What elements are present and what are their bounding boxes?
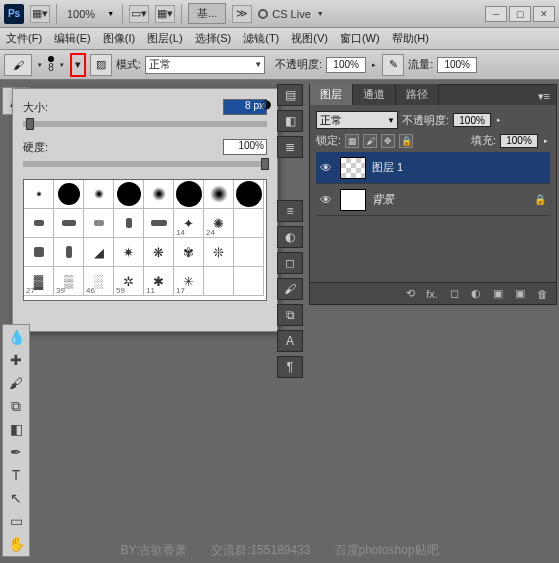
lock-icon: 🔒 bbox=[534, 194, 546, 205]
layer-opacity-label: 不透明度: bbox=[402, 113, 449, 128]
menu-view[interactable]: 视图(V) bbox=[291, 31, 328, 46]
menu-image[interactable]: 图像(I) bbox=[103, 31, 135, 46]
layer-row-1[interactable]: 👁 图层 1 bbox=[316, 152, 550, 184]
menu-help[interactable]: 帮助(H) bbox=[392, 31, 429, 46]
cs-live[interactable]: CS Live▼ bbox=[258, 8, 325, 20]
lock-position[interactable]: ✥ bbox=[381, 134, 395, 148]
watermark-text: BY:古欲香萧 交流群:155189433 百度photoshop贴吧 bbox=[0, 542, 559, 559]
eyedropper-tool[interactable]: 💧 bbox=[5, 327, 27, 347]
mini-char-icon[interactable]: A bbox=[277, 330, 303, 352]
panel-menu[interactable]: ▾≡ bbox=[532, 88, 556, 105]
stamp-tool[interactable]: ⧉ bbox=[5, 396, 27, 416]
zoom-level[interactable]: 100% bbox=[63, 8, 99, 20]
mini-clone-icon[interactable]: ⧉ bbox=[277, 304, 303, 326]
tool-preset[interactable]: 🖌 bbox=[4, 54, 32, 76]
path-tool[interactable]: ↖ bbox=[5, 488, 27, 508]
shape-tool[interactable]: ▭ bbox=[5, 511, 27, 531]
mask-icon[interactable]: ◻ bbox=[446, 287, 462, 300]
lock-all[interactable]: 🔒 bbox=[399, 134, 413, 148]
tab-paths[interactable]: 路径 bbox=[396, 84, 439, 105]
layer-blend-select[interactable]: 正常 bbox=[316, 111, 398, 129]
layer-name[interactable]: 背景 bbox=[372, 192, 394, 207]
close-button[interactable]: ✕ bbox=[533, 6, 555, 22]
mini-history-icon[interactable]: ≡ bbox=[277, 200, 303, 222]
screen-mode[interactable]: ▭▾ bbox=[129, 5, 149, 23]
menu-select[interactable]: 选择(S) bbox=[195, 31, 232, 46]
size-label: 大小: bbox=[23, 100, 48, 115]
tab-channels[interactable]: 通道 bbox=[353, 84, 396, 105]
tab-layers[interactable]: 图层 bbox=[310, 84, 353, 105]
hardness-label: 硬度: bbox=[23, 140, 48, 155]
hardness-input[interactable]: 100% bbox=[223, 139, 267, 155]
arrange-docs[interactable]: ▦▾ bbox=[155, 5, 175, 23]
brush-panel-toggle[interactable]: ▨ bbox=[90, 54, 112, 76]
mini-adjust-icon[interactable]: ◐ bbox=[277, 226, 303, 248]
eraser-tool[interactable]: ◧ bbox=[5, 419, 27, 439]
visibility-icon[interactable]: 👁 bbox=[320, 193, 334, 207]
hardness-slider[interactable] bbox=[23, 161, 267, 167]
layer-thumb[interactable] bbox=[340, 189, 366, 211]
brush-size-indicator: 8 bbox=[48, 62, 54, 73]
mini-color-icon[interactable]: ◧ bbox=[277, 110, 303, 132]
blend-mode-select[interactable]: 正常 bbox=[145, 56, 265, 74]
menu-edit[interactable]: 编辑(E) bbox=[54, 31, 91, 46]
brush-preset-popup: ◑ 大小:8 px 硬度:100% ✦14 ✺24 ◢ ✷ ❋ ✾ ❊ ▓27 … bbox=[12, 88, 278, 332]
menu-window[interactable]: 窗口(W) bbox=[340, 31, 380, 46]
mini-para-icon[interactable]: ¶ bbox=[277, 356, 303, 378]
lock-transparency[interactable]: ▦ bbox=[345, 134, 359, 148]
workspace-menu[interactable]: ≫ bbox=[232, 5, 252, 23]
brush-tool[interactable]: 🖌 bbox=[5, 373, 27, 393]
ps-logo: Ps bbox=[4, 4, 24, 24]
type-tool[interactable]: T bbox=[5, 465, 27, 485]
fx-icon[interactable]: fx. bbox=[424, 288, 440, 300]
layer-opacity-input[interactable]: 100% bbox=[453, 113, 491, 127]
mini-mask-icon[interactable]: ◻ bbox=[277, 252, 303, 274]
layer-row-bg[interactable]: 👁 背景 🔒 bbox=[316, 184, 550, 216]
menu-filter[interactable]: 滤镜(T) bbox=[243, 31, 279, 46]
layer-name[interactable]: 图层 1 bbox=[372, 160, 403, 175]
toolbox: 💧 ✚ 🖌 ⧉ ◧ ✒ T ↖ ▭ ✋ bbox=[2, 324, 30, 557]
visibility-icon[interactable]: 👁 bbox=[320, 161, 334, 175]
flow-label: 流量: bbox=[408, 57, 433, 72]
flow-input[interactable]: 100% bbox=[437, 57, 477, 73]
lock-pixels[interactable]: 🖌 bbox=[363, 134, 377, 148]
popup-flyout[interactable]: ◑ bbox=[261, 97, 271, 111]
new-layer-icon[interactable]: ▣ bbox=[512, 287, 528, 300]
size-slider[interactable] bbox=[23, 121, 267, 127]
tablet-opacity[interactable]: ✎ bbox=[382, 54, 404, 76]
opacity-label: 不透明度: bbox=[275, 57, 322, 72]
group-icon[interactable]: ▣ bbox=[490, 287, 506, 300]
mini-swatches-icon[interactable]: ▤ bbox=[277, 84, 303, 106]
workspace-tab[interactable]: 基... bbox=[188, 3, 226, 24]
brush-preset-picker[interactable]: ▾ bbox=[70, 53, 86, 77]
delete-icon[interactable]: 🗑 bbox=[534, 288, 550, 300]
layout-dropdown[interactable]: ▦▾ bbox=[30, 5, 50, 23]
fill-input[interactable]: 100% bbox=[500, 134, 538, 148]
menu-file[interactable]: 文件(F) bbox=[6, 31, 42, 46]
mode-label: 模式: bbox=[116, 57, 141, 72]
layer-thumb[interactable] bbox=[340, 157, 366, 179]
layers-panel: 图层 通道 路径 ▾≡ 正常 不透明度: 100%▸ 锁定: ▦ 🖌 ✥ 🔒 填… bbox=[309, 84, 557, 305]
opacity-input[interactable]: 100% bbox=[326, 57, 366, 73]
adjustment-icon[interactable]: ◐ bbox=[468, 287, 484, 300]
maximize-button[interactable]: ▢ bbox=[509, 6, 531, 22]
link-layers-icon[interactable]: ⟲ bbox=[402, 287, 418, 300]
mini-styles-icon[interactable]: ≣ bbox=[277, 136, 303, 158]
lock-label: 锁定: bbox=[316, 133, 341, 148]
brush-grid[interactable]: ✦14 ✺24 ◢ ✷ ❋ ✾ ❊ ▓27 ▒39 ░46 ✲59 ✱11 ✳1… bbox=[23, 179, 267, 301]
mini-brush-icon[interactable]: 🖌 bbox=[277, 278, 303, 300]
fill-label: 填充: bbox=[471, 133, 496, 148]
pen-tool[interactable]: ✒ bbox=[5, 442, 27, 462]
minimize-button[interactable]: ─ bbox=[485, 6, 507, 22]
menu-layer[interactable]: 图层(L) bbox=[147, 31, 182, 46]
options-bar: 🖌 ▾ 8 ▾ ▾ ▨ 模式: 正常 不透明度: 100%▸ ✎ 流量: 100… bbox=[0, 50, 559, 80]
menu-bar: 文件(F) 编辑(E) 图像(I) 图层(L) 选择(S) 滤镜(T) 视图(V… bbox=[0, 28, 559, 50]
healing-tool[interactable]: ✚ bbox=[5, 350, 27, 370]
